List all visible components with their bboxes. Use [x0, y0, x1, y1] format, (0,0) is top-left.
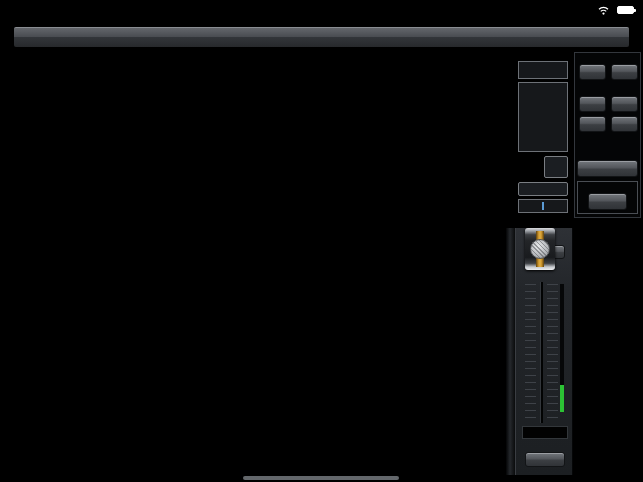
main-fader-track	[540, 282, 543, 423]
status-bar	[0, 0, 643, 20]
mute-group-1-button[interactable]	[579, 96, 606, 112]
master-pan-control[interactable]	[518, 199, 568, 213]
master-meter-display	[518, 82, 568, 152]
nav-bar	[14, 27, 629, 47]
strip-divider	[506, 228, 515, 475]
wifi-icon	[598, 6, 609, 15]
solo-section	[577, 181, 638, 214]
mute-group-4-button[interactable]	[611, 116, 638, 132]
solo-clear-button[interactable]	[588, 193, 627, 210]
channel-meter-strips	[8, 52, 510, 220]
auto-mix-y-button[interactable]	[611, 64, 638, 80]
main-mute-button[interactable]	[525, 452, 565, 467]
master-input-box	[518, 61, 568, 79]
main-fader-strip	[515, 228, 573, 475]
master-meter-strip	[516, 52, 570, 216]
home-indicator[interactable]	[243, 476, 399, 480]
main-db-readout	[522, 426, 568, 439]
mute-group-3-button[interactable]	[579, 116, 606, 132]
channel-fader-strips	[8, 228, 510, 475]
layers-all-channels-button[interactable]	[577, 160, 638, 177]
control-panel	[574, 52, 641, 218]
main-fader-cap[interactable]	[525, 228, 555, 270]
auto-mix-x-button[interactable]	[579, 64, 606, 80]
battery-icon	[617, 6, 634, 14]
main-level-meter-green	[560, 385, 564, 412]
master-peq-button[interactable]	[518, 182, 568, 196]
master-dyn-button[interactable]	[544, 156, 568, 178]
mixer-app-screen	[0, 0, 643, 482]
mute-group-2-button[interactable]	[611, 96, 638, 112]
